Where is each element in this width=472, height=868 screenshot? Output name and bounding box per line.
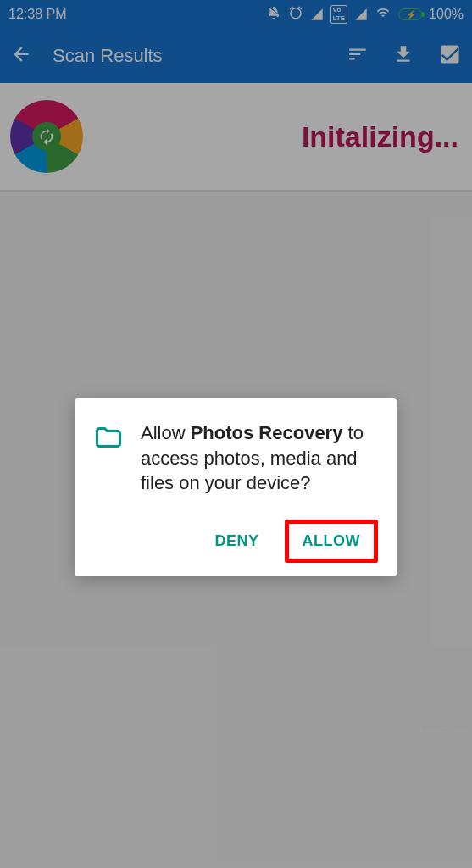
dialog-text-prefix: Allow — [141, 422, 191, 443]
watermark: wsxdn.com — [422, 722, 469, 732]
dialog-message: Allow Photos Recovery to access photos, … — [141, 420, 378, 496]
allow-highlight: ALLOW — [285, 520, 378, 563]
permission-dialog: Allow Photos Recovery to access photos, … — [75, 398, 397, 576]
allow-button[interactable]: ALLOW — [297, 529, 365, 554]
deny-button[interactable]: DENY — [203, 524, 271, 559]
folder-icon — [93, 422, 124, 496]
dialog-app-name: Photos Recovery — [191, 422, 343, 443]
